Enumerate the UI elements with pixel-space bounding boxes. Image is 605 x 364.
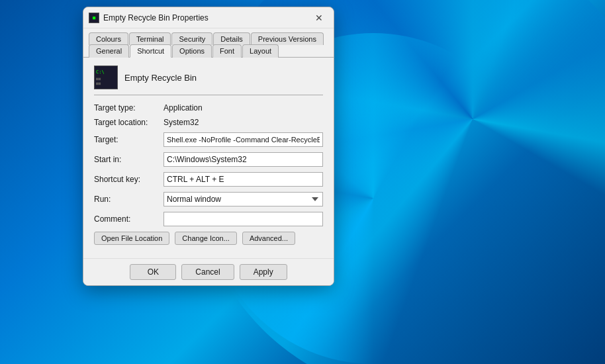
run-label: Run: [94, 195, 163, 204]
app-icon: C:\ ■■ ■■ [94, 66, 118, 89]
target-type-label: Target type: [94, 103, 163, 113]
properties-dialog: ■ Empty Recycle Bin Properties ✕ Colours… [83, 7, 334, 286]
apply-button[interactable]: Apply [240, 264, 287, 280]
target-location-value: System32 [163, 118, 199, 127]
tab-layout[interactable]: Layout [242, 44, 279, 58]
title-bar: ■ Empty Recycle Bin Properties ✕ [83, 7, 334, 28]
tabs-container: Colours Terminal Security Details Previo… [83, 28, 334, 58]
shortcut-key-input[interactable] [163, 172, 323, 187]
start-in-input[interactable] [163, 152, 323, 167]
target-type-value: Application [163, 103, 203, 113]
target-location-row: Target location: System32 [94, 118, 323, 127]
cancel-button[interactable]: Cancel [181, 264, 234, 280]
tabs-row-1: Colours Terminal Security Details Previo… [89, 32, 328, 44]
target-input[interactable]: Shell.exe -NoProfile -Command Clear-Recy… [163, 132, 323, 147]
run-row: Run: Normal window Minimized Maximized [94, 192, 323, 206]
tab-options[interactable]: Options [172, 44, 212, 58]
app-title: Empty Recycle Bin [124, 73, 197, 83]
tabs-row-2: General Shortcut Options Font Layout [89, 44, 328, 57]
tab-shortcut[interactable]: Shortcut [130, 44, 171, 58]
target-row: Target: Shell.exe -NoProfile -Command Cl… [94, 132, 323, 147]
title-bar-icon: ■ [89, 13, 99, 23]
tab-colours[interactable]: Colours [89, 32, 128, 45]
close-button[interactable]: ✕ [310, 11, 328, 24]
run-select[interactable]: Normal window Minimized Maximized [163, 192, 323, 206]
dialog-footer: OK Cancel Apply [83, 258, 334, 285]
tab-details[interactable]: Details [213, 32, 250, 45]
start-in-label: Start in: [94, 155, 163, 164]
comment-input[interactable] [163, 212, 323, 226]
action-buttons: Open File Location Change Icon... Advanc… [94, 232, 323, 245]
shortcut-key-row: Shortcut key: [94, 172, 323, 187]
ok-button[interactable]: OK [130, 264, 176, 280]
target-type-row: Target type: Application [94, 103, 323, 113]
dialog-content: C:\ ■■ ■■ Empty Recycle Bin Target type:… [83, 58, 334, 258]
target-label: Target: [94, 135, 163, 144]
tab-font[interactable]: Font [212, 44, 242, 58]
tab-previous-versions[interactable]: Previous Versions [251, 32, 324, 45]
change-icon-button[interactable]: Change Icon... [175, 232, 237, 245]
title-bar-text: Empty Recycle Bin Properties [103, 13, 310, 23]
target-location-label: Target location: [94, 118, 163, 127]
comment-row: Comment: [94, 212, 323, 226]
comment-label: Comment: [94, 214, 163, 224]
app-header: C:\ ■■ ■■ Empty Recycle Bin [94, 66, 323, 95]
tab-security[interactable]: Security [171, 32, 212, 45]
start-in-row: Start in: [94, 152, 323, 167]
advanced-button[interactable]: Advanced... [242, 232, 295, 245]
open-file-location-button[interactable]: Open File Location [94, 232, 169, 245]
shortcut-key-label: Shortcut key: [94, 175, 163, 184]
tab-general[interactable]: General [89, 44, 129, 58]
tab-terminal[interactable]: Terminal [129, 32, 171, 45]
